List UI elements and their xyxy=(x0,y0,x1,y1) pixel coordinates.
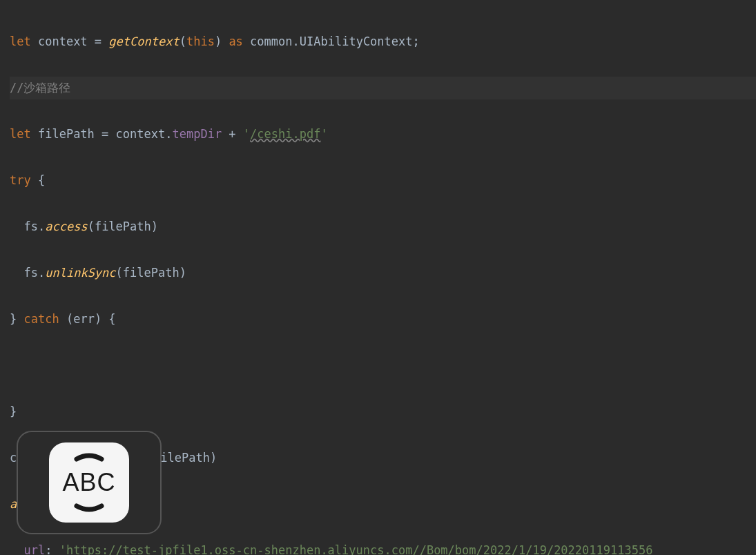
code-line: fs.access(filePath) xyxy=(10,215,756,239)
ime-icon: ABC xyxy=(49,442,129,523)
code-line: let context = getContext(this) as common… xyxy=(10,30,756,54)
ime-widget[interactable]: ABC xyxy=(17,431,162,534)
code-line xyxy=(10,354,756,378)
code-line: fs.unlinkSync(filePath) xyxy=(10,262,756,285)
code-line: url: 'https://test-jpfile1.oss-cn-shenzh… xyxy=(10,539,756,556)
code-line: let filePath = context.tempDir + '/ceshi… xyxy=(10,123,756,146)
ime-text: ABC xyxy=(62,471,115,494)
code-line-highlighted: //沙箱路径 xyxy=(10,77,756,100)
code-line: try { xyxy=(10,169,756,193)
code-line: } xyxy=(10,400,756,424)
code-line: } catch (err) { xyxy=(10,308,756,331)
